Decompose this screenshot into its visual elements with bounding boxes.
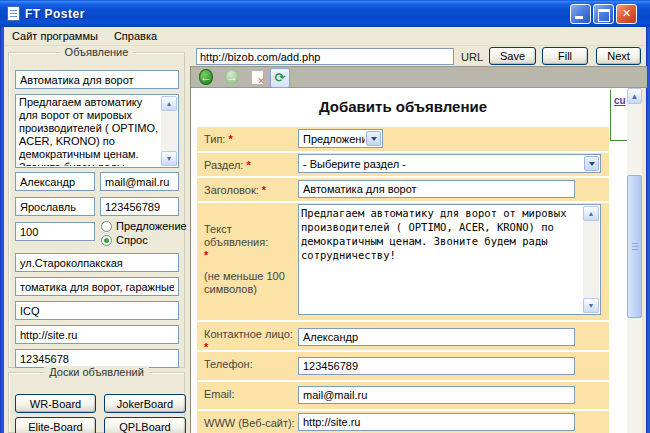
scroll-down-icon[interactable]: ▼ xyxy=(583,298,599,313)
title-bar: FT Poster xyxy=(0,0,650,27)
adtext-textarea[interactable]: Предлагаем автоматику для ворот от миров… xyxy=(298,204,601,315)
chevron-down-icon[interactable] xyxy=(584,156,599,171)
phone-input[interactable] xyxy=(100,197,179,216)
close-button[interactable] xyxy=(616,4,637,24)
boards-group: Доски объявлений WR-Board JokerBoard Eli… xyxy=(8,372,185,433)
website-form-input[interactable] xyxy=(298,413,575,431)
menu-bar: Сайт программы Справка xyxy=(4,27,646,46)
url-input[interactable] xyxy=(196,48,454,65)
scroll-down-icon[interactable]: ▼ xyxy=(161,151,177,166)
form-row-www: WWW (Веб-сайт): xyxy=(197,411,609,433)
fill-button[interactable]: Fill xyxy=(542,47,588,65)
keywords-input[interactable] xyxy=(15,277,179,296)
icq-input[interactable] xyxy=(15,301,179,320)
board-wr-button[interactable]: WR-Board xyxy=(15,394,96,413)
maximize-button[interactable] xyxy=(593,4,614,24)
boards-group-title: Доски объявлений xyxy=(9,366,184,378)
form-row-section: Раздел: * - Выберите раздел - xyxy=(197,153,609,176)
window-border-left xyxy=(0,27,4,433)
app-window: FT Poster Сайт программы Справка URL Sav… xyxy=(0,0,650,433)
radio-demand-circle[interactable] xyxy=(101,235,112,246)
page-title: Добавить объявление xyxy=(197,98,609,115)
price-input[interactable] xyxy=(15,222,95,241)
type-select[interactable]: Предложение xyxy=(298,129,383,148)
scrollbar-thumb[interactable] xyxy=(627,175,642,318)
clipped-page-box: cu xyxy=(610,90,627,141)
ad-description-textarea[interactable]: Предлагаем автоматику для ворот от миров… xyxy=(15,94,179,168)
forward-icon[interactable]: → xyxy=(225,68,239,86)
refresh-icon[interactable] xyxy=(270,68,290,88)
form-row-phone: Телефон: xyxy=(197,352,609,380)
form-row-contact: Контактное лицо:* xyxy=(197,322,609,350)
email-form-input[interactable] xyxy=(298,386,575,404)
radio-offer-label: Предложение xyxy=(116,220,187,232)
contact-name-input[interactable] xyxy=(15,172,95,191)
save-button[interactable]: Save xyxy=(489,47,536,65)
board-elite-button[interactable]: Elite-Board xyxy=(15,417,96,433)
ad-title-input[interactable] xyxy=(15,70,179,89)
url-label: URL xyxy=(461,51,483,63)
scroll-up-icon[interactable]: ▲ xyxy=(583,206,599,221)
city-input[interactable] xyxy=(15,197,95,216)
textarea-scrollbar[interactable]: ▲ ▼ xyxy=(583,206,599,313)
browser-toolbar: ← → xyxy=(191,66,647,88)
next-button[interactable]: Next xyxy=(596,47,641,65)
section-select[interactable]: - Выберите раздел - xyxy=(298,154,601,173)
email-input[interactable] xyxy=(100,172,179,191)
stop-icon[interactable] xyxy=(251,70,264,85)
menu-site[interactable]: Сайт программы xyxy=(4,28,106,44)
app-icon xyxy=(7,6,20,21)
chevron-down-icon[interactable] xyxy=(366,131,381,146)
board-qpl-button[interactable]: QPLBoard xyxy=(104,417,186,433)
form-row-headline: Заголовок: * xyxy=(197,178,609,201)
web-page: Добавить объявление Тип: * Предложение Р… xyxy=(191,88,627,433)
minimize-button[interactable] xyxy=(570,4,591,24)
phone-form-input[interactable] xyxy=(298,357,575,375)
window-title: FT Poster xyxy=(25,7,85,21)
ad-form: Тип: * Предложение Раздел: * - Выберите … xyxy=(197,127,609,433)
radio-demand-label: Спрос xyxy=(116,234,148,246)
headline-input[interactable] xyxy=(298,180,575,198)
back-icon[interactable]: ← xyxy=(199,68,213,86)
menu-help[interactable]: Справка xyxy=(106,28,165,44)
radio-offer[interactable]: Предложение xyxy=(101,220,187,232)
ad-group-title: Объявление xyxy=(9,46,184,58)
contact-person-input[interactable] xyxy=(298,328,575,346)
scroll-up-icon[interactable]: ▲ xyxy=(161,96,177,111)
board-joker-button[interactable]: JokerBoard xyxy=(104,394,186,413)
textarea-scrollbar[interactable]: ▲ ▼ xyxy=(161,96,177,166)
website-input[interactable] xyxy=(15,325,179,344)
form-row-adtext: Текст объявления: * (не меньше 100 симво… xyxy=(197,203,609,320)
radio-demand[interactable]: Спрос xyxy=(101,234,148,246)
embedded-browser: ← → Добавить объявление Тип: * Предложен… xyxy=(190,66,646,433)
radio-offer-circle[interactable] xyxy=(101,221,112,232)
ad-group: Объявление Предлагаем автоматику для вор… xyxy=(8,52,185,368)
scroll-up-icon[interactable]: ▲ xyxy=(627,88,642,104)
browser-scrollbar[interactable]: ▲ xyxy=(627,88,642,433)
form-row-email: Email: xyxy=(197,382,609,409)
clipped-link[interactable]: cu xyxy=(614,95,626,106)
form-row-type: Тип: * Предложение xyxy=(197,127,609,151)
address-input[interactable] xyxy=(15,253,179,272)
